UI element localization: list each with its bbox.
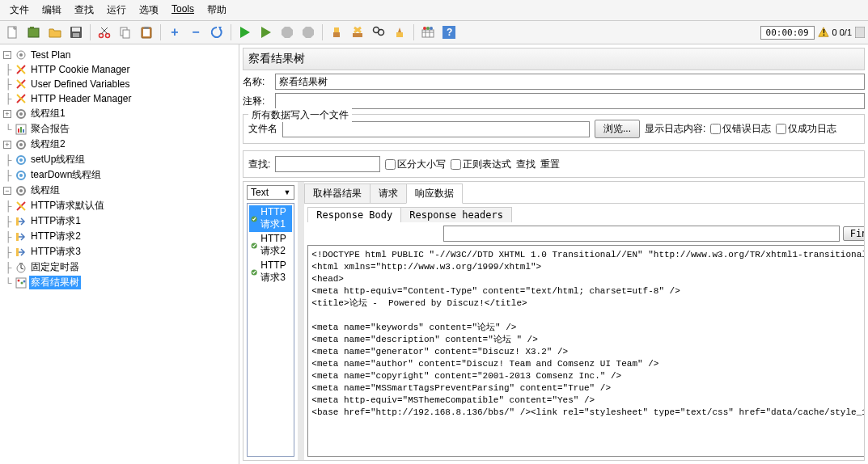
tree-results-tree[interactable]: └察看结果树 (0, 275, 239, 290)
tab-response-data[interactable]: 响应数据 (406, 183, 463, 204)
sample-item-3[interactable]: HTTP请求3 (249, 259, 292, 285)
svg-point-6 (100, 34, 104, 38)
menu-search[interactable]: 查找 (68, 2, 100, 19)
svg-point-66 (23, 280, 26, 282)
panel-title: 察看结果树 (243, 48, 865, 70)
name-input[interactable] (275, 74, 865, 90)
svg-rect-11 (123, 30, 129, 38)
find-button[interactable]: Find (843, 226, 865, 241)
reset-button[interactable]: 重置 (540, 158, 560, 171)
svg-rect-58 (16, 248, 19, 256)
svg-point-33 (19, 53, 23, 57)
open-icon[interactable] (45, 23, 65, 42)
filename-label: 文件名 (248, 122, 277, 136)
menu-edit[interactable]: 编辑 (36, 2, 68, 19)
tree-header-manager[interactable]: ├HTTP Header Manager (0, 91, 239, 106)
only-success-checkbox[interactable]: 仅成功日志 (776, 122, 836, 136)
search-icon[interactable] (369, 23, 388, 42)
menu-tools[interactable]: Tools (165, 2, 201, 19)
case-checkbox[interactable]: 区分大小写 (385, 158, 446, 171)
expand-icon[interactable]: + (165, 23, 184, 42)
menu-options[interactable]: 选项 (133, 2, 165, 19)
tree-threadgroup2[interactable]: +线程组2 (0, 137, 239, 152)
svg-rect-44 (20, 127, 22, 133)
save-icon[interactable] (66, 23, 86, 42)
reset-search-icon[interactable] (390, 23, 409, 42)
start-icon[interactable] (235, 23, 255, 42)
svg-text:!: ! (822, 27, 825, 37)
collapse-icon[interactable]: − (186, 23, 205, 42)
test-plan-tree[interactable]: −Test Plan ├HTTP Cookie Manager ├User De… (0, 44, 239, 464)
templates-icon[interactable] (24, 23, 44, 42)
svg-point-19 (379, 30, 384, 36)
sample-item-1[interactable]: HTTP请求1 (249, 205, 292, 232)
tree-teardown[interactable]: ├tearDown线程组 (0, 167, 239, 183)
samples-pane: Text▼ HTTP请求1 HTTP请求2 HTTP请求3 (243, 182, 301, 460)
subtab-body[interactable]: Response Body (307, 207, 401, 222)
svg-text:?: ? (447, 27, 452, 38)
subtab-headers[interactable]: Response headers (400, 207, 512, 222)
svg-point-53 (19, 189, 23, 192)
search-panel: 查找: 区分大小写 正则表达式 查找 重置 (243, 150, 865, 178)
tab-sampler-result[interactable]: 取样器结果 (304, 183, 370, 203)
regex-checkbox[interactable]: 正则表达式 (451, 158, 511, 171)
only-errors-checkbox[interactable]: 仅错误日志 (710, 122, 771, 136)
tree-threadgroup[interactable]: −线程组 (0, 183, 239, 198)
name-label: 名称: (243, 75, 272, 89)
sample-item-2[interactable]: HTTP请求2 (249, 232, 292, 259)
tree-user-vars[interactable]: ├User Defined Variables (0, 77, 239, 91)
menu-help[interactable]: 帮助 (201, 2, 233, 19)
menu-bar: 文件 编辑 查找 运行 选项 Tools 帮助 (0, 0, 868, 21)
svg-rect-43 (18, 129, 19, 133)
tree-aggregate[interactable]: └聚合报告 (0, 121, 239, 137)
svg-point-26 (426, 27, 430, 30)
svg-rect-21 (422, 30, 434, 37)
copy-icon[interactable] (116, 23, 135, 42)
paste-icon[interactable] (137, 23, 156, 42)
new-file-icon[interactable] (3, 23, 23, 42)
sample-list[interactable]: HTTP请求1 HTTP请求2 HTTP请求3 (247, 203, 294, 457)
filename-input[interactable] (282, 121, 590, 137)
response-body-text[interactable]: <!DOCTYPE html PUBLIC "-//W3C//DTD XHTML… (307, 245, 865, 457)
tree-http1[interactable]: ├HTTP请求1 (0, 213, 239, 229)
toggle-icon[interactable] (207, 23, 227, 42)
file-legend: 所有数据写入一个文件 (248, 108, 352, 122)
shutdown-icon[interactable] (299, 23, 318, 42)
cut-icon[interactable] (95, 23, 114, 42)
menu-run[interactable]: 运行 (100, 2, 133, 19)
browse-button[interactable]: 浏览... (595, 120, 640, 138)
tree-http3[interactable]: ├HTTP请求3 (0, 244, 239, 259)
clear-icon[interactable] (327, 23, 346, 42)
tree-http2[interactable]: ├HTTP请求2 (0, 229, 239, 244)
svg-rect-4 (72, 27, 80, 32)
svg-point-41 (19, 112, 23, 116)
tree-root[interactable]: −Test Plan (0, 48, 239, 62)
tree-cookie-manager[interactable]: ├HTTP Cookie Manager (0, 62, 239, 77)
help-icon[interactable]: ? (439, 23, 459, 42)
search-input[interactable] (275, 156, 380, 172)
function-helper-icon[interactable] (418, 23, 438, 42)
svg-rect-1 (28, 28, 39, 37)
tree-threadgroup1[interactable]: +线程组1 (0, 106, 239, 121)
comment-input[interactable] (275, 93, 865, 109)
search-button[interactable]: 查找 (516, 158, 536, 171)
svg-point-47 (19, 143, 23, 146)
renderer-combo[interactable]: Text▼ (247, 185, 294, 200)
tree-http-defaults[interactable]: ├HTTP请求默认值 (0, 198, 239, 213)
thread-counter: 0 0/1 (832, 27, 852, 37)
stop-icon[interactable] (277, 23, 297, 42)
svg-rect-57 (16, 233, 19, 241)
clear-all-icon[interactable] (348, 23, 367, 42)
start-no-pause-icon[interactable] (256, 23, 276, 42)
tree-setup[interactable]: ├setUp线程组 (0, 152, 239, 167)
tree-timer[interactable]: ├固定定时器 (0, 259, 239, 275)
result-detail-pane: 取样器结果 请求 响应数据 Response Body Response hea… (301, 182, 865, 460)
svg-rect-13 (143, 29, 150, 36)
find-input[interactable] (443, 226, 840, 242)
tab-request[interactable]: 请求 (370, 183, 407, 203)
svg-rect-20 (396, 32, 403, 37)
svg-rect-31 (855, 27, 865, 38)
warning-icon[interactable]: ! (818, 27, 829, 38)
svg-rect-2 (30, 27, 34, 29)
menu-file[interactable]: 文件 (3, 2, 36, 19)
